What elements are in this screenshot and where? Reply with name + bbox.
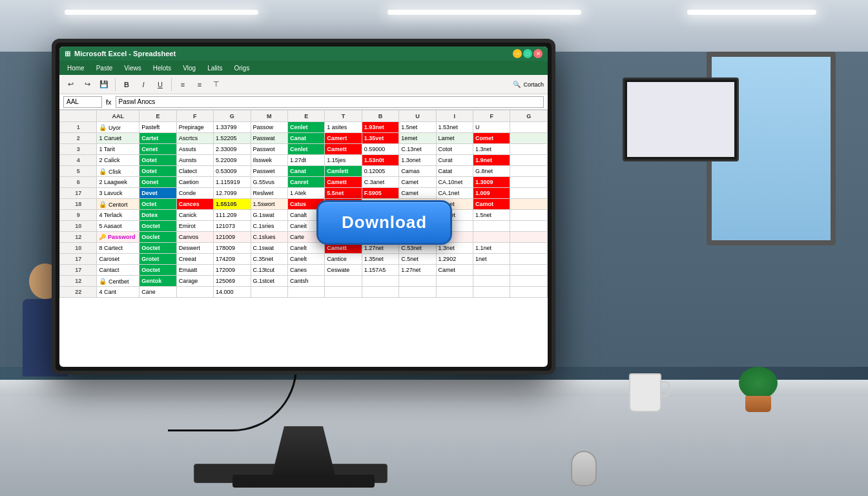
cell-6-b[interactable]: C.3anet: [362, 177, 398, 188]
cell-4-t[interactable]: 1.15jes: [325, 155, 362, 166]
cell-4-i[interactable]: Curat: [436, 155, 473, 166]
cell-12-e[interactable]: Ooctet: [140, 243, 176, 254]
cell-3-f2[interactable]: 1.3net: [473, 144, 510, 155]
cell-8-a[interactable]: 🔒 Centort: [97, 199, 140, 210]
cell-14-a[interactable]: Cantact: [97, 265, 140, 276]
cell-6-m[interactable]: G.55vus: [251, 177, 287, 188]
cell-13-t[interactable]: Cantice: [325, 254, 362, 265]
col-header-T[interactable]: T: [325, 110, 362, 122]
cell-14-g[interactable]: 172009: [214, 265, 251, 276]
cell-14-e2[interactable]: Canes: [287, 265, 324, 276]
cell-14-m[interactable]: C.13tcut: [251, 265, 287, 276]
cell-3-i[interactable]: Cotot: [436, 144, 473, 155]
cell-11-e[interactable]: Ooclet: [140, 232, 176, 243]
cell-13-m[interactable]: C.35net: [251, 254, 287, 265]
cell-7-f2[interactable]: 1.009: [473, 188, 510, 199]
cell-13-g[interactable]: 174209: [214, 254, 251, 265]
cell-7-e[interactable]: Devet: [140, 188, 176, 199]
cell-10-g2[interactable]: [510, 221, 548, 232]
col-header-F2[interactable]: F: [473, 110, 510, 122]
cell-10-f2[interactable]: [473, 221, 510, 232]
cell-11-a[interactable]: 🔑 Password: [97, 232, 140, 243]
cell-2-t[interactable]: Camert: [325, 133, 362, 144]
cell-3-t[interactable]: Camett: [325, 144, 362, 155]
cell-2-e[interactable]: Cartet: [140, 133, 176, 144]
cell-6-i[interactable]: CA.10net: [436, 177, 473, 188]
cell-5-t[interactable]: Camlett: [325, 166, 362, 177]
cell-16-f2[interactable]: [473, 287, 510, 298]
cell-9-g2[interactable]: [510, 210, 548, 221]
cell-10-f[interactable]: Emirot: [176, 221, 213, 232]
maximize-button[interactable]: □: [523, 49, 532, 58]
cell-7-g[interactable]: 12.7099: [214, 188, 251, 199]
cell-cane[interactable]: Cane: [140, 287, 176, 298]
cell-7-e2[interactable]: 1 Atek: [287, 188, 324, 199]
cell-7-u[interactable]: Camet: [399, 188, 436, 199]
cell-11-f2[interactable]: [473, 232, 510, 243]
col-header-G[interactable]: G: [214, 110, 251, 122]
cell-12-g[interactable]: 178009: [214, 243, 251, 254]
cell-14-f[interactable]: Emaatt: [176, 265, 213, 276]
cell-16-u[interactable]: [399, 287, 436, 298]
col-header-E[interactable]: E: [140, 110, 176, 122]
cell-15-u[interactable]: [399, 276, 436, 287]
col-header-F[interactable]: F: [176, 110, 213, 122]
cell-13-i[interactable]: 1.2902: [436, 254, 473, 265]
cell-15-g2[interactable]: [510, 276, 548, 287]
cell-6-g[interactable]: 1.115919: [214, 177, 251, 188]
cell-1-f[interactable]: Prepirage: [176, 122, 213, 133]
cell-1-b[interactable]: 1.93net: [362, 122, 398, 133]
cell-5-m[interactable]: Passwet: [251, 166, 287, 177]
undo-button[interactable]: ↩: [63, 78, 78, 92]
align-left-button[interactable]: ≡: [176, 78, 190, 92]
cell-13-u[interactable]: C.5net: [399, 254, 436, 265]
cell-2-u[interactable]: 1emet: [399, 133, 436, 144]
cell-14-u[interactable]: 1.27net: [399, 265, 436, 276]
cell-1-f2[interactable]: U: [473, 122, 510, 133]
cell-1-e[interactable]: Pasteft: [140, 122, 176, 133]
cell-5-g[interactable]: 0.53009: [214, 166, 251, 177]
cell-6-e2[interactable]: Canret: [287, 177, 324, 188]
cell-7-b[interactable]: F.5905: [362, 188, 398, 199]
cell-5-e[interactable]: Ootet: [140, 166, 176, 177]
cell-3-a[interactable]: 1 Tarit: [97, 144, 140, 155]
col-header-G2[interactable]: G: [510, 110, 548, 122]
cell-4-m[interactable]: Ilsswek: [251, 155, 287, 166]
cell-7-a[interactable]: 3 Lavuck: [97, 188, 140, 199]
cell-4-e2[interactable]: 1.27dt: [287, 155, 324, 166]
cell-1-m[interactable]: Passow: [251, 122, 287, 133]
cell-5-i[interactable]: Catat: [436, 166, 473, 177]
cell-12-a[interactable]: 8 Cartect: [97, 243, 140, 254]
cell-13-f2[interactable]: 1net: [473, 254, 510, 265]
cell-2-g[interactable]: 1.52205: [214, 133, 251, 144]
cell-2-i[interactable]: Lamet: [436, 133, 473, 144]
cell-2-b[interactable]: 1.35vet: [362, 133, 398, 144]
cell-4-b[interactable]: 1.53n0t: [362, 155, 398, 166]
col-header-M[interactable]: M: [251, 110, 287, 122]
cell-2-a[interactable]: 1 Caruet: [97, 133, 140, 144]
cell-1-t[interactable]: 1 asites: [325, 122, 362, 133]
cell-9-f2[interactable]: 1.5net: [473, 210, 510, 221]
cell-4-f[interactable]: Aunsts: [176, 155, 213, 166]
cell-6-g2[interactable]: [510, 177, 548, 188]
cell-1-g[interactable]: 1.33799: [214, 122, 251, 133]
cell-14-i[interactable]: Camet: [436, 265, 473, 276]
cell-16-b[interactable]: [362, 287, 398, 298]
col-header-I[interactable]: I: [436, 110, 473, 122]
cell-2-f2[interactable]: Comet: [473, 133, 510, 144]
cell-1-a[interactable]: 🔒 Uyor: [97, 122, 140, 133]
menu-helots[interactable]: Helots: [148, 63, 176, 73]
cell-1-u[interactable]: 1.5net: [399, 122, 436, 133]
cell-7-i[interactable]: CA.1net: [436, 188, 473, 199]
cell-5-f[interactable]: Clatect: [176, 166, 213, 177]
cell-4-g[interactable]: 5.22009: [214, 155, 251, 166]
cell-3-u[interactable]: C.13net: [399, 144, 436, 155]
cell-2-f[interactable]: Ascrtcs: [176, 133, 213, 144]
cell-11-g2[interactable]: [510, 232, 548, 243]
cell-10-g[interactable]: 121073: [214, 221, 251, 232]
cell-4-g2[interactable]: [510, 155, 548, 166]
cell-12-f2[interactable]: 1.1net: [473, 243, 510, 254]
cell-14-t[interactable]: Ceswate: [325, 265, 362, 276]
cell-16-a[interactable]: 4 Cant: [97, 287, 140, 298]
cell-4-e[interactable]: Ootet: [140, 155, 176, 166]
